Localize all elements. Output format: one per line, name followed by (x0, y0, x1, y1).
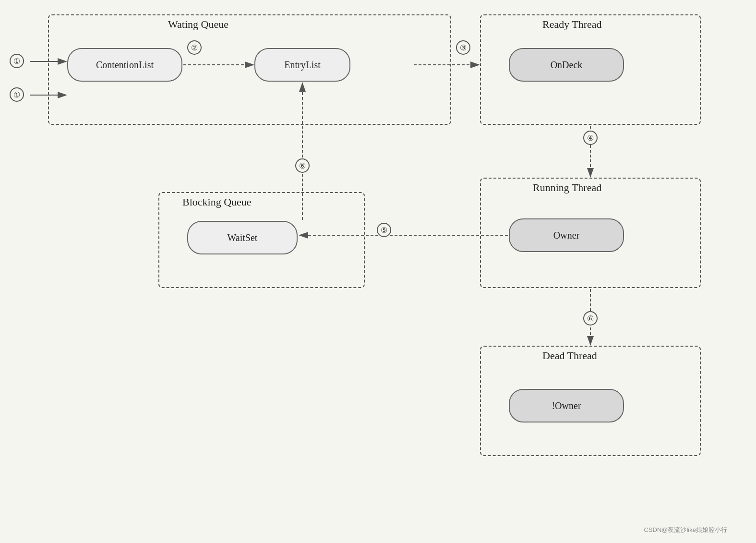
owner-label: Owner (553, 230, 579, 241)
step-1a: ① (10, 54, 24, 68)
dead-thread-label: Dead Thread (542, 350, 597, 362)
ready-thread-label: Ready Thread (542, 18, 602, 31)
waitset-label: WaitSet (228, 232, 258, 243)
watermark: CSDN@夜流沙like娘娘腔小行 (644, 526, 727, 534)
running-thread-label: Running Thread (533, 181, 601, 194)
waitset-node: WaitSet (187, 221, 298, 254)
owner-node: Owner (509, 218, 624, 252)
not-owner-node: !Owner (509, 389, 624, 422)
entry-list-node: EntryList (254, 48, 350, 82)
ondeck-label: OnDeck (551, 60, 583, 71)
diagram-container: Wating Queue Blocking Queue Ready Thread… (0, 0, 756, 543)
contention-list-node: ContentionList (67, 48, 182, 82)
step-2: ② (187, 40, 202, 55)
step-6a: ⑥ (295, 158, 310, 173)
step-6b: ⑥ (583, 311, 598, 326)
step-4: ④ (583, 131, 598, 145)
ondeck-node: OnDeck (509, 48, 624, 82)
blocking-queue-label: Blocking Queue (182, 196, 252, 208)
step-1b: ① (10, 87, 24, 102)
contention-list-label: ContentionList (96, 60, 154, 71)
not-owner-label: !Owner (552, 400, 581, 411)
step-5: ⑤ (377, 223, 391, 237)
step-3: ③ (456, 40, 470, 55)
entry-list-label: EntryList (284, 60, 321, 71)
waiting-queue-label: Wating Queue (168, 18, 228, 31)
